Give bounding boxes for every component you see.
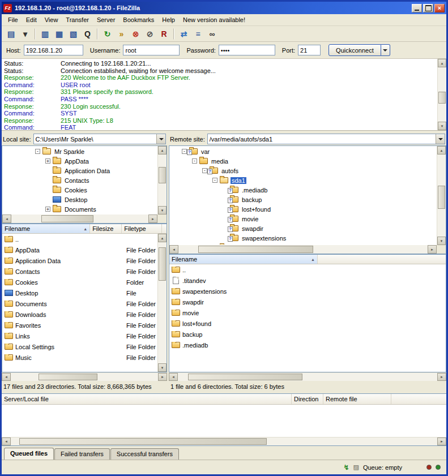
file-row[interactable]: LinksFile Folder [2,331,157,341]
column-filename[interactable]: Filename▲ [2,224,90,233]
tree-expander[interactable]: + [45,207,50,212]
column-direction[interactable]: Direction [292,394,323,404]
cancel-operation-button[interactable]: ⊗ [129,28,142,40]
chevron-down-icon[interactable] [436,134,445,144]
tree-expander[interactable]: - [192,158,197,164]
site-manager-dropdown[interactable]: ▾ [19,28,32,40]
scroll-down-icon[interactable] [158,206,167,215]
scroll-down-icon[interactable] [437,237,446,245]
tree-item[interactable]: Cookies [3,185,157,195]
tree-item[interactable]: -media [170,156,436,166]
tree-expander[interactable]: - [182,149,187,154]
toolbar-separator[interactable] [35,28,36,40]
reconnect-button[interactable]: R [157,28,170,40]
scroll-up-icon[interactable] [158,146,167,155]
file-row[interactable]: lost+found [169,318,446,329]
menu-server[interactable]: Server [93,15,119,24]
tree-item[interactable]: -Mr Sparkle [3,147,157,156]
quickconnect-dropdown-button[interactable] [381,44,390,56]
find-files-button[interactable]: ∞ [206,28,219,40]
username-input[interactable] [123,45,180,55]
tree-expander[interactable]: - [212,178,217,183]
scroll-up-icon[interactable] [158,234,167,242]
port-input[interactable] [298,45,321,55]
file-row[interactable]: backup [169,329,446,340]
column-remote-file[interactable]: Remote file [323,394,391,404]
scroll-down-icon[interactable] [158,363,167,372]
tree-expander[interactable]: - [202,168,207,173]
scroll-left-icon[interactable] [2,215,11,223]
site-manager-button[interactable]: ▤ [5,28,18,40]
column-filetype[interactable]: Filetype [122,224,162,233]
column-filename[interactable]: Filename▲ [169,255,318,264]
remote-list-horizontal-scrollbar[interactable] [169,372,446,381]
scroll-right-icon[interactable] [437,438,446,445]
toolbar-separator[interactable] [97,28,98,40]
tab-queued-files[interactable]: Queued files [4,448,54,460]
chevron-down-icon[interactable] [156,134,165,144]
scroll-down-icon[interactable] [438,122,446,130]
file-row[interactable]: DesktopFile [2,288,157,298]
remote-site-combobox[interactable]: /var/media/autofs/sda1 [207,134,445,144]
file-row[interactable]: DownloadsFile Folder [2,309,157,320]
tree-item[interactable]: -sda1 [170,175,436,185]
toggle-local-tree-button[interactable]: ▦ [53,28,66,40]
menu-new-version[interactable]: New version available! [179,15,249,24]
minimize-button[interactable] [412,4,422,12]
scroll-right-icon[interactable] [158,373,167,381]
file-row[interactable]: .. [169,264,446,275]
toggle-queue-button[interactable]: Q [81,28,94,40]
scroll-left-icon[interactable] [169,373,178,381]
disconnect-button[interactable]: ⊘ [143,28,156,40]
column-filesize[interactable]: Filesize [90,224,122,233]
tab-failed-transfers[interactable]: Failed transfers [54,448,110,460]
file-row[interactable]: ContactsFile Folder [2,266,157,277]
file-row[interactable]: Local SettingsFile Folder [2,341,157,352]
file-row[interactable]: movie [169,307,446,318]
close-button[interactable]: × [434,4,445,12]
remote-tree-vertical-scrollbar[interactable] [437,146,446,245]
tree-item[interactable]: -?var [170,147,436,156]
maximize-button[interactable] [423,4,433,12]
scroll-left-icon[interactable] [169,245,178,254]
local-tree-vertical-scrollbar[interactable] [157,146,167,215]
toggle-message-log-button[interactable]: ▥ [39,28,52,40]
scroll-left-icon[interactable] [2,373,11,381]
file-row[interactable]: .mediadb [169,340,446,350]
file-row[interactable]: DocumentsFile Folder [2,298,157,309]
tree-item[interactable]: -?autofs [170,166,436,175]
process-queue-button[interactable]: » [115,28,128,40]
file-row[interactable]: Application DataFile Folder [2,255,157,266]
file-row[interactable]: CookiesFolder [2,277,157,288]
password-input[interactable] [219,45,275,55]
refresh-button[interactable]: ↻ [101,28,114,40]
menu-edit[interactable]: Edit [22,15,41,24]
tree-item[interactable]: +Documents [3,204,157,214]
local-list-vertical-scrollbar[interactable] [157,234,167,372]
log-vertical-scrollbar[interactable] [437,59,446,130]
file-row[interactable]: swapextensions [169,286,446,297]
remote-tree-horizontal-scrollbar[interactable] [169,245,437,254]
menu-help[interactable]: Help [158,15,179,24]
file-row[interactable]: .. [2,234,157,245]
scroll-right-icon[interactable] [428,245,437,254]
tree-expander[interactable]: + [45,158,50,164]
tree-item[interactable]: ?.mediadb [170,185,436,195]
menu-file[interactable]: File [4,15,22,24]
toolbar-separator[interactable] [173,28,174,40]
scroll-up-icon[interactable] [438,59,446,67]
tree-item[interactable]: Contacts [3,175,157,185]
scroll-right-icon[interactable] [437,373,446,381]
file-row[interactable]: FavoritesFile Folder [2,320,157,331]
file-row[interactable]: .titandev [169,275,446,286]
tree-item[interactable]: ?movie [170,214,436,224]
directory-comparison-button[interactable]: ≡ [191,28,204,40]
synchronized-browsing-button[interactable]: ⇄ [177,28,190,40]
tree-item[interactable]: Application Data [3,166,157,175]
scroll-left-icon[interactable] [2,438,11,445]
toggle-remote-tree-button[interactable]: ▧ [67,28,80,40]
menu-bookmarks[interactable]: Bookmarks [119,15,158,24]
tree-item[interactable]: ?swapdir [170,224,436,233]
local-list-horizontal-scrollbar[interactable] [2,372,167,381]
quickconnect-button[interactable]: Quickconnect [328,44,381,56]
